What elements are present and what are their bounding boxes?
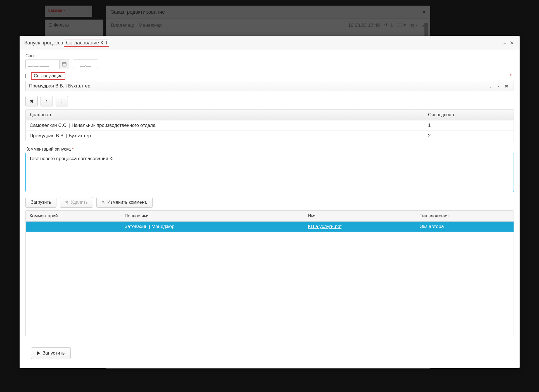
cell-comment [26, 222, 121, 232]
modal-header: Запуск процесса Согласование КП ＋ ✕ [20, 36, 519, 50]
cell-position: Премудрая В.В. | Бухгалтер [26, 131, 424, 141]
modal-title-prefix: Запуск процесса [24, 40, 63, 46]
col-type[interactable]: Тип вложения [416, 211, 514, 221]
run-button[interactable]: Запустить [31, 347, 71, 359]
required-marker: * [72, 147, 74, 151]
col-name[interactable]: Имя [304, 211, 416, 221]
deadline-time-input[interactable] [73, 62, 98, 67]
col-position[interactable]: Должность [26, 110, 424, 120]
svg-rect-0 [62, 63, 66, 66]
cell-order: 2 [424, 131, 514, 141]
deadline-time-field[interactable] [73, 60, 98, 69]
add-icon[interactable]: ＋ [502, 40, 508, 46]
comment-text: Тест нового процесса согласования КП [29, 156, 116, 161]
cell-fullname: Затевахин | Менеджер [121, 222, 304, 232]
remove-button[interactable]: ✖ [25, 96, 38, 106]
deadline-date-field[interactable] [25, 60, 70, 69]
col-fullname[interactable]: Полное имя [121, 211, 304, 221]
delete-button: ✖ Удалить [60, 197, 93, 208]
close-icon: ✖ [65, 200, 68, 205]
approver-selected-value: Премудрая В.В. | Бухгалтер [29, 83, 487, 89]
move-down-button[interactable]: ↓ [56, 96, 68, 106]
col-order[interactable]: Очередность [424, 110, 514, 120]
comment-textarea[interactable]: Тест нового процесса согласования КП [25, 153, 514, 192]
edit-comment-button[interactable]: ✎ Изменить коммент. [96, 197, 152, 208]
attachments-grid: Комментарий Полное имя Имя Тип вложения … [25, 210, 514, 336]
comment-label: Комментарий запуска * [25, 147, 514, 152]
calendar-icon[interactable] [59, 60, 69, 69]
required-marker: * [510, 73, 514, 79]
approvers-section-title: Согласующие [31, 72, 65, 80]
cell-position: Самоделкин С.С. | Начальник производстве… [26, 120, 424, 130]
chevron-down-icon[interactable]: ⌄ [487, 84, 495, 89]
move-up-button[interactable]: ↑ [41, 96, 53, 106]
deadline-label: Срок [25, 53, 514, 58]
cell-type: Экз.автора [416, 222, 514, 232]
svg-marker-4 [37, 351, 40, 355]
modal-title-process: Согласование КП [64, 39, 109, 47]
pencil-icon: ✎ [102, 200, 105, 205]
collapse-icon[interactable]: − [25, 74, 30, 78]
process-start-modal: Запуск процесса Согласование КП ＋ ✕ Срок… [20, 36, 520, 368]
attachments-grid-header: Комментарий Полное имя Имя Тип вложения [26, 211, 514, 222]
table-row[interactable]: Затевахин | Менеджер КП а услуги.pdf Экз… [26, 222, 514, 232]
clear-icon[interactable]: ✖ [502, 84, 510, 89]
table-row[interactable]: Премудрая В.В. | Бухгалтер 2 [26, 131, 514, 141]
approvers-grid: Должность Очередность Самоделкин С.С. | … [25, 109, 514, 141]
col-comment[interactable]: Комментарий [26, 211, 121, 221]
modal-footer: Запустить [25, 342, 514, 365]
cell-order: 1 [424, 120, 514, 130]
table-row[interactable]: Самоделкин С.С. | Начальник производстве… [26, 120, 514, 131]
approvers-grid-header: Должность Очередность [26, 110, 514, 120]
approver-selector[interactable]: Премудрая В.В. | Бухгалтер ⌄ ⋯ ✖ [25, 81, 514, 91]
deadline-date-input[interactable] [26, 62, 59, 67]
upload-button[interactable]: Загрузить [25, 197, 56, 208]
more-icon[interactable]: ⋯ [495, 84, 502, 89]
close-icon[interactable]: ✕ [508, 40, 515, 46]
cell-filename[interactable]: КП а услуги.pdf [304, 222, 416, 232]
play-icon [37, 351, 40, 355]
